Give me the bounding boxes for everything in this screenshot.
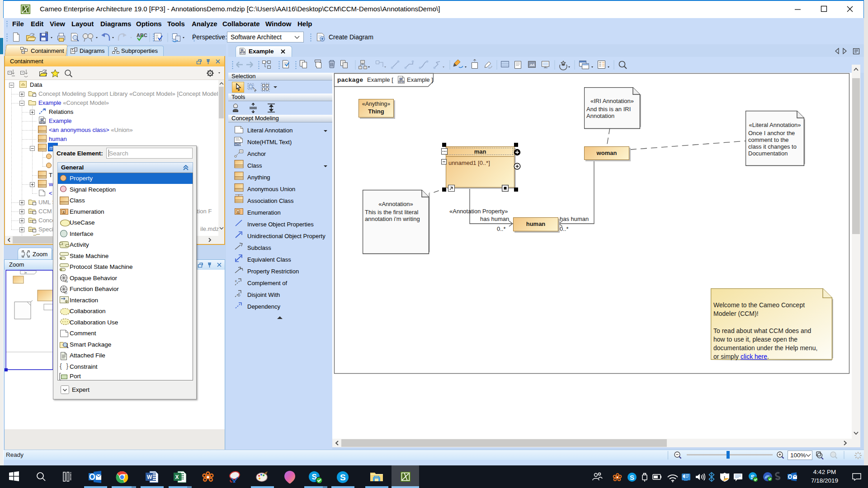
svg-text:«»: «» bbox=[29, 228, 33, 231]
svg-text:W: W bbox=[147, 474, 152, 480]
svg-text:«»: «» bbox=[29, 210, 33, 213]
svg-text:HTML: HTML bbox=[235, 143, 243, 146]
svg-text:«»: «» bbox=[29, 219, 33, 222]
svg-text:S: S bbox=[340, 473, 346, 482]
svg-text:E: E bbox=[62, 210, 65, 214]
svg-text:f(): f() bbox=[64, 291, 67, 294]
svg-text:S: S bbox=[630, 474, 634, 481]
svg-text:|a: |a bbox=[24, 271, 27, 274]
svg-text:E: E bbox=[237, 210, 240, 214]
svg-text:D: D bbox=[238, 293, 241, 297]
svg-text:c: c bbox=[235, 279, 237, 283]
svg-text:!: ! bbox=[724, 475, 725, 480]
svg-text:xy: xy bbox=[65, 280, 68, 283]
svg-text:X: X bbox=[175, 474, 179, 480]
svg-text:100%: 100% bbox=[790, 452, 806, 459]
